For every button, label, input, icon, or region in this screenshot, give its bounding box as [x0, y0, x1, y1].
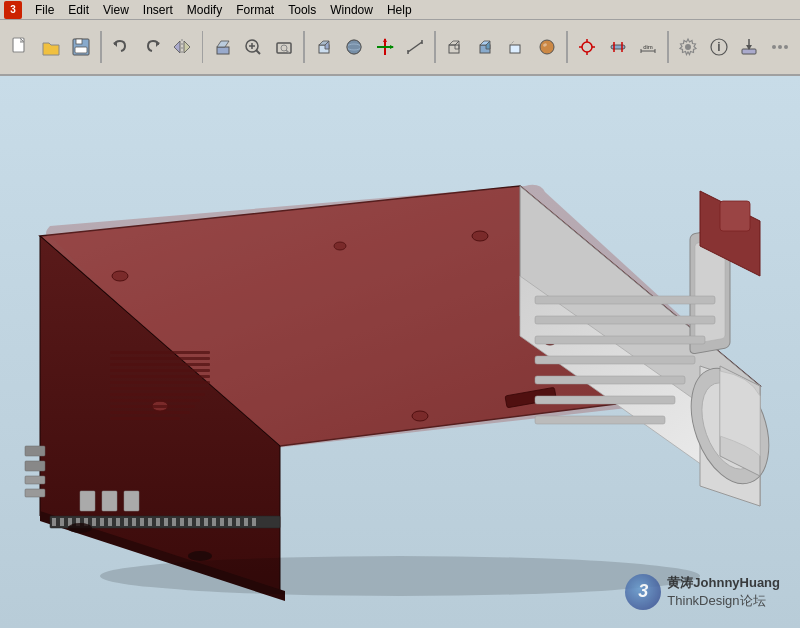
watermark-text: 黄涛JohnnyHuang ThinkDesign论坛 — [667, 574, 780, 610]
watermark: 3 黄涛JohnnyHuang ThinkDesign论坛 — [625, 574, 780, 610]
svg-line-28 — [408, 42, 422, 52]
svg-rect-124 — [236, 518, 240, 526]
dimension-button[interactable]: dim — [634, 32, 662, 62]
svg-rect-109 — [116, 518, 120, 526]
svg-rect-114 — [156, 518, 160, 526]
menu-modify[interactable]: Modify — [180, 1, 229, 19]
svg-point-59 — [772, 45, 776, 49]
mirror-button[interactable] — [168, 32, 196, 62]
svg-line-12 — [256, 50, 260, 54]
svg-point-23 — [347, 40, 361, 54]
rendered-button[interactable] — [533, 32, 561, 62]
app-logo: 3 — [4, 1, 22, 19]
watermark-logo: 3 — [625, 574, 661, 610]
svg-rect-89 — [110, 405, 195, 408]
svg-rect-2 — [76, 39, 82, 44]
menubar: 3 File Edit View Insert Modify Format To… — [0, 0, 800, 20]
svg-rect-85 — [110, 381, 210, 384]
svg-rect-81 — [110, 357, 210, 360]
snap-button[interactable] — [573, 32, 601, 62]
svg-rect-115 — [164, 518, 168, 526]
menu-help[interactable]: Help — [380, 1, 419, 19]
svg-marker-10 — [217, 41, 229, 47]
hidden-line-button[interactable] — [502, 32, 530, 62]
open-button[interactable] — [36, 32, 64, 62]
transform-button[interactable] — [370, 32, 398, 62]
sep-6 — [667, 31, 669, 63]
svg-rect-125 — [244, 518, 248, 526]
sep-1 — [100, 31, 102, 63]
menu-insert[interactable]: Insert — [136, 1, 180, 19]
menu-view[interactable]: View — [96, 1, 136, 19]
undo-button[interactable] — [107, 32, 135, 62]
svg-rect-37 — [510, 45, 520, 53]
svg-rect-96 — [25, 489, 45, 497]
svg-rect-126 — [252, 518, 256, 526]
watermark-line2: ThinkDesign论坛 — [667, 592, 780, 610]
svg-point-39 — [540, 40, 554, 54]
svg-rect-9 — [217, 47, 229, 54]
sep-3 — [303, 31, 305, 63]
svg-rect-88 — [110, 399, 200, 402]
svg-point-127 — [68, 523, 92, 533]
svg-rect-98 — [102, 491, 117, 511]
svg-rect-80 — [110, 351, 210, 354]
info-button[interactable]: i — [705, 32, 733, 62]
save-button[interactable] — [67, 32, 95, 62]
svg-rect-113 — [148, 518, 152, 526]
zoom-fit-button[interactable] — [269, 32, 297, 62]
settings-button[interactable] — [674, 32, 702, 62]
svg-rect-94 — [25, 461, 45, 471]
shaded-button[interactable] — [472, 32, 500, 62]
more-button[interactable] — [765, 32, 793, 62]
svg-rect-119 — [196, 518, 200, 526]
svg-rect-83 — [110, 369, 210, 372]
svg-point-41 — [582, 42, 592, 52]
svg-rect-108 — [108, 518, 112, 526]
svg-rect-93 — [25, 446, 45, 456]
svg-rect-122 — [220, 518, 224, 526]
menu-tools[interactable]: Tools — [281, 1, 323, 19]
constraint-button[interactable] — [603, 32, 631, 62]
svg-rect-132 — [535, 296, 715, 304]
box-button[interactable] — [310, 32, 338, 62]
watermark-line1: 黄涛JohnnyHuang — [667, 574, 780, 592]
svg-rect-99 — [124, 491, 139, 511]
menu-edit[interactable]: Edit — [61, 1, 96, 19]
svg-rect-82 — [110, 363, 210, 366]
extrude-button[interactable] — [208, 32, 236, 62]
wireframe-button[interactable] — [441, 32, 469, 62]
svg-rect-120 — [204, 518, 208, 526]
svg-rect-97 — [80, 491, 95, 511]
viewport[interactable]: 3 黄涛JohnnyHuang ThinkDesign论坛 — [0, 76, 800, 628]
new-button[interactable] — [6, 32, 34, 62]
svg-point-74 — [112, 271, 128, 281]
svg-marker-7 — [174, 41, 180, 53]
svg-line-38 — [510, 41, 514, 45]
svg-rect-90 — [110, 411, 190, 414]
redo-button[interactable] — [138, 32, 166, 62]
sep-5 — [566, 31, 568, 63]
svg-rect-87 — [110, 393, 205, 396]
measure-button[interactable] — [401, 32, 429, 62]
svg-rect-134 — [535, 336, 705, 344]
svg-rect-135 — [535, 356, 695, 364]
export-button[interactable] — [735, 32, 763, 62]
svg-point-79 — [412, 411, 428, 421]
svg-rect-133 — [535, 316, 715, 324]
svg-rect-46 — [611, 45, 625, 49]
zoom-in-button[interactable] — [239, 32, 267, 62]
svg-rect-123 — [228, 518, 232, 526]
svg-point-128 — [188, 551, 212, 561]
menu-window[interactable]: Window — [323, 1, 380, 19]
svg-rect-138 — [535, 416, 665, 424]
svg-marker-27 — [390, 45, 394, 49]
menu-format[interactable]: Format — [229, 1, 281, 19]
sphere-button[interactable] — [340, 32, 368, 62]
sep-4 — [434, 31, 436, 63]
menu-file[interactable]: File — [28, 1, 61, 19]
svg-point-53 — [685, 44, 691, 50]
svg-point-60 — [778, 45, 782, 49]
svg-rect-117 — [180, 518, 184, 526]
svg-rect-107 — [100, 518, 104, 526]
